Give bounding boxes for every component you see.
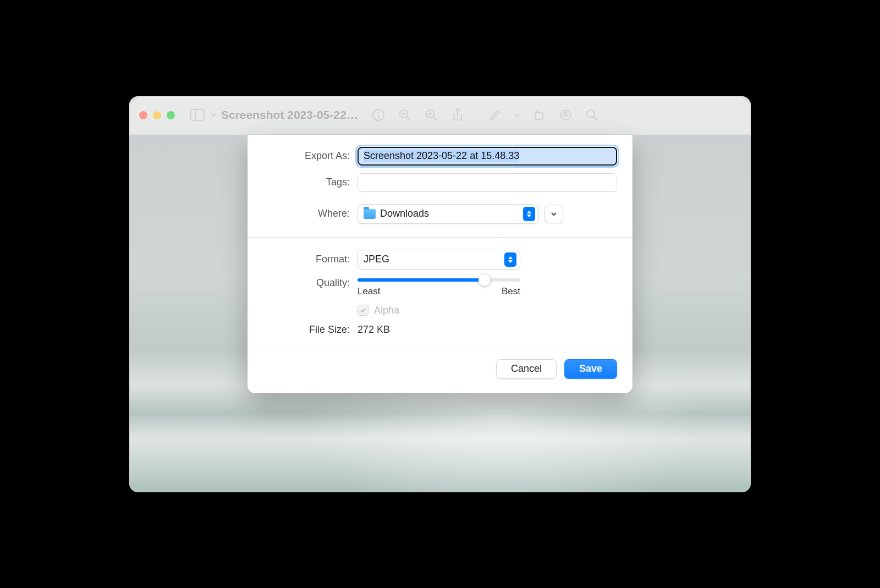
tags-label: Tags: xyxy=(263,177,350,188)
svg-marker-20 xyxy=(508,260,513,263)
quality-best-label: Best xyxy=(502,286,520,297)
file-size-label: File Size: xyxy=(263,324,350,336)
cancel-button[interactable]: Cancel xyxy=(496,359,557,379)
export-sheet: Export As: Tags: Where: xyxy=(248,135,632,393)
folder-icon xyxy=(364,209,376,219)
where-popup[interactable]: Downloads xyxy=(358,204,539,224)
svg-marker-17 xyxy=(527,211,531,213)
tags-input[interactable] xyxy=(358,173,617,192)
format-label: Format: xyxy=(263,254,350,265)
popup-stepper-icon xyxy=(523,207,535,221)
preview-window: Screenshot 2023-05-22… xyxy=(129,96,751,492)
checkbox-icon xyxy=(358,305,369,316)
alpha-checkbox: Alpha xyxy=(358,305,399,316)
export-as-label: Export As: xyxy=(263,150,350,162)
svg-marker-19 xyxy=(508,256,513,259)
quality-slider[interactable] xyxy=(358,277,520,282)
popup-stepper-icon xyxy=(504,252,516,267)
export-as-input[interactable] xyxy=(358,147,617,166)
where-label: Where: xyxy=(263,208,350,219)
alpha-label: Alpha xyxy=(374,305,399,316)
save-button[interactable]: Save xyxy=(564,359,617,379)
svg-marker-18 xyxy=(527,215,531,217)
expand-location-button[interactable] xyxy=(544,205,563,223)
quality-least-label: Least xyxy=(358,286,381,297)
where-value: Downloads xyxy=(380,208,519,219)
format-popup[interactable]: JPEG xyxy=(358,250,520,270)
format-value: JPEG xyxy=(364,254,500,265)
file-size-value: 272 KB xyxy=(358,324,390,336)
quality-label: Quality: xyxy=(263,277,350,289)
